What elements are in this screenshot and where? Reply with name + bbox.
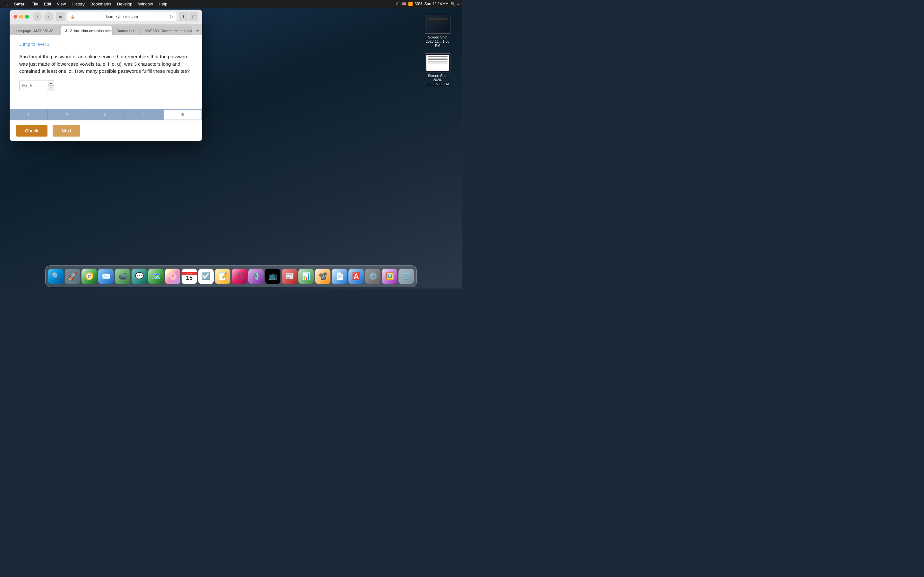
screenshot-label-1: Screen Shot 2020-11....1.05 PM [425, 35, 451, 48]
minimize-button[interactable] [19, 15, 23, 19]
answer-input-wrapper: ▲ ▼ [19, 80, 192, 91]
check-button[interactable]: Check [16, 125, 47, 137]
calendar-day: 15 [186, 275, 192, 281]
menu-history[interactable]: History [69, 0, 87, 8]
level-bar: 1 2 3 4 5 [10, 109, 202, 120]
back-button[interactable]: ‹ [33, 12, 42, 21]
dock-keynote[interactable]: 📽️ [315, 269, 330, 284]
dock-safari[interactable]: 🧭 [81, 269, 97, 284]
dock-facetime[interactable]: 📹 [115, 269, 130, 284]
tab-course-hero[interactable]: Course Hero [112, 26, 141, 35]
apple-menu[interactable]:  [3, 0, 11, 8]
dock-podcasts[interactable]: 🎙️ [248, 269, 264, 284]
buttons-area: Check Next [10, 120, 202, 141]
browser-titlebar: ‹ › ⊞ 🔒 learn.zybooks.com ↻ ⬆ ⊞ [10, 10, 202, 24]
menu-edit[interactable]: Edit [41, 0, 53, 8]
dock-maps[interactable]: 🗺️ [148, 269, 164, 284]
menu-develop[interactable]: Develop [115, 0, 135, 8]
menu-file[interactable]: File [29, 0, 41, 8]
dock-mail[interactable]: ✉️ [98, 269, 113, 284]
menu-help[interactable]: Help [156, 0, 170, 8]
level-4[interactable]: 4 [124, 109, 163, 120]
menu-window[interactable]: Window [136, 0, 155, 8]
answer-input[interactable] [19, 80, 48, 91]
desktop-icon-screenshot2[interactable]: Screen Shot 2020-11....15.11 PM [423, 51, 452, 89]
url-text: learn.zybooks.com [76, 15, 168, 19]
dock-reminders[interactable]: ☑️ [198, 269, 214, 284]
spinner-buttons: ▲ ▼ [48, 80, 54, 91]
dock-messages[interactable]: 💬 [132, 269, 147, 284]
reader-view-button[interactable]: ⊞ [56, 12, 65, 21]
spinner-up[interactable]: ▲ [48, 80, 54, 85]
screenshot-label-2: Screen Shot 2020-11....15.11 PM [425, 74, 451, 87]
menubar-siri-icon[interactable]: ≡ [457, 2, 459, 6]
menubar-time: Sun 12:14 AM [425, 2, 449, 6]
new-tab-icon[interactable]: + [193, 26, 202, 35]
dock-appletv[interactable]: 📺 [265, 269, 280, 284]
menubar-battery: 30% [415, 2, 423, 6]
menubar-display-icon: ⊞ [396, 2, 399, 6]
dock-news[interactable]: 📰 [282, 269, 297, 284]
level-5-active[interactable]: 5 [163, 109, 202, 120]
dock-numbers[interactable]: 📊 [298, 269, 314, 284]
browser-actions: ⬆ ⊞ [179, 12, 198, 21]
browser-window: ‹ › ⊞ 🔒 learn.zybooks.com ↻ ⬆ ⊞ Homepage… [10, 10, 202, 141]
page-content: Jump to level 1 Ann forgot the password … [10, 35, 202, 109]
screenshot-thumbnail-2 [425, 53, 451, 73]
close-button[interactable] [13, 15, 17, 19]
traffic-lights [13, 15, 29, 19]
question-text: Ann forgot the password of an online ser… [19, 53, 192, 75]
dock-appstore[interactable]: 🅰️ [349, 269, 364, 284]
reload-button[interactable]: ↻ [170, 14, 173, 19]
level-1[interactable]: 1 [10, 109, 48, 120]
tab-homepage[interactable]: Homepage - MAT-230-J2255 Discrete Mathem… [10, 26, 61, 35]
jump-to-level-link[interactable]: Jump to level 1 [19, 42, 192, 47]
browser-chrome: ‹ › ⊞ 🔒 learn.zybooks.com ↻ ⬆ ⊞ [10, 10, 202, 24]
dock: 🔍 🚀 🧭 ✉️ 📹 💬 🗺️ 🌸 NOV 15 ☑️ 📝 🎵 🎙️ 📺 📰 📊… [45, 266, 417, 287]
dock-music[interactable]: 🎵 [232, 269, 247, 284]
lock-icon: 🔒 [71, 15, 74, 19]
spinner-down[interactable]: ▼ [48, 85, 54, 91]
forward-button[interactable]: › [44, 12, 53, 21]
dock-calendar[interactable]: NOV 15 [182, 269, 197, 284]
screenshot-preview-1 [426, 16, 449, 32]
menubar-search-icon[interactable]: 🔍 [451, 2, 455, 6]
menu-view[interactable]: View [54, 0, 68, 8]
share-button[interactable]: ⬆ [179, 12, 188, 21]
dock-launchpad[interactable]: 🚀 [65, 269, 80, 284]
dock-pages[interactable]: 📄 [332, 269, 347, 284]
menubar:  Safari File Edit View History Bookmark… [0, 0, 462, 8]
menu-safari[interactable]: Safari [11, 0, 28, 8]
address-bar[interactable]: 🔒 learn.zybooks.com ↻ [67, 12, 176, 21]
dock-finder[interactable]: 🔍 [48, 269, 63, 284]
menu-bookmarks[interactable]: Bookmarks [88, 0, 114, 8]
menubar-flag-icon: 🇺🇸 [401, 2, 406, 6]
screenshot-thumbnail-1 [425, 15, 451, 34]
dock-system-preferences[interactable]: ⚙️ [365, 269, 381, 284]
dock-photos[interactable]: 🌸 [165, 269, 180, 284]
dock-trash[interactable]: 🗑️ [399, 269, 414, 284]
desktop-icon-screenshot1[interactable]: Screen Shot 2020-11....1.05 PM [423, 13, 452, 50]
browser-tabs: Homepage - MAT-230-J2255 Discrete Mathem… [10, 24, 202, 35]
next-button[interactable]: Next [53, 125, 80, 137]
new-tab-button[interactable]: ⊞ [189, 12, 198, 21]
tab-mat230[interactable]: MAT 230: Discrete Mathematics [141, 26, 192, 35]
level-3[interactable]: 3 [86, 109, 124, 120]
screenshot-preview-2 [426, 55, 449, 71]
dock-notes[interactable]: 📝 [215, 269, 230, 284]
tab-inclusion-exclusion[interactable]: 3.12. Inclusion-exclusion principle [61, 26, 112, 35]
dock-preview[interactable]: 🖼️ [382, 269, 397, 284]
level-2[interactable]: 2 [48, 109, 86, 120]
menubar-wifi-icon: 📶 [408, 2, 413, 6]
maximize-button[interactable] [25, 15, 29, 19]
